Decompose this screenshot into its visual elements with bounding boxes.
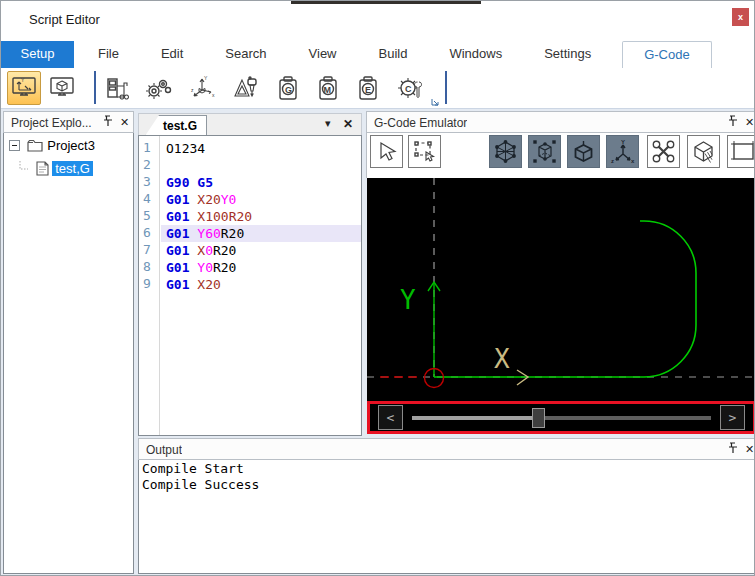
- emulator-canvas[interactable]: Y X: [367, 178, 755, 434]
- close-icon[interactable]: ✕: [117, 115, 132, 130]
- menu-tab-settings[interactable]: Settings: [523, 41, 612, 68]
- ribbon-separator: [94, 71, 96, 104]
- solid-cube-button[interactable]: [567, 135, 600, 168]
- code-line[interactable]: G01 X0R20: [161, 242, 361, 259]
- ribbon-toolbar: Y: [1, 68, 754, 109]
- render-screen-button[interactable]: [45, 71, 79, 105]
- slider-step-forward-button[interactable]: >: [720, 405, 745, 430]
- pin-icon[interactable]: [725, 442, 740, 457]
- code-line[interactable]: O1234: [161, 140, 361, 157]
- marquee-select-button[interactable]: [408, 135, 441, 168]
- gears-icon: [144, 74, 172, 102]
- output-line: Compile Start: [142, 461, 752, 477]
- code-area[interactable]: O1234G90 G5G01 X20Y0G01 X100R20G01 Y60R2…: [161, 136, 361, 435]
- emulator-header: G-Code Emulator ✕: [366, 111, 755, 133]
- menu-tab-search[interactable]: Search: [204, 41, 287, 68]
- project-explorer-header: Project Explo... ✕: [3, 111, 134, 133]
- menu-tab-g-code[interactable]: G-Code: [622, 41, 712, 68]
- slider-thumb[interactable]: [532, 408, 545, 428]
- folder-icon: [27, 139, 44, 152]
- wireframe-cube-icon: [492, 138, 519, 165]
- ribbon-dialog-launcher-icon[interactable]: [431, 98, 440, 107]
- points-cube-button[interactable]: [528, 135, 561, 168]
- svg-text:x: x: [631, 158, 635, 164]
- tree-node-project[interactable]: Project3: [9, 138, 95, 156]
- axes-xyz-button[interactable]: Y z x: [606, 135, 639, 168]
- menu-tab-file[interactable]: File: [77, 41, 140, 68]
- menu-tabs: FileEditSearchViewBuildWindowsSettingsG-…: [77, 41, 712, 68]
- code-token: X20: [197, 277, 220, 292]
- close-icon[interactable]: ✕: [742, 115, 755, 130]
- pointer-tool-button[interactable]: [370, 135, 403, 168]
- slider-step-back-button[interactable]: <: [378, 405, 403, 430]
- close-icon[interactable]: ✕: [742, 442, 755, 457]
- wireframe-cube-button[interactable]: [489, 135, 522, 168]
- machine-icon: [104, 74, 132, 102]
- pin-icon[interactable]: [100, 115, 115, 130]
- g-badge-button[interactable]: G: [271, 71, 305, 105]
- e-code-badge-icon: E: [354, 74, 382, 102]
- e-badge-button[interactable]: E: [351, 71, 385, 105]
- setup-tool-icon: [232, 74, 260, 102]
- output-line: Compile Success: [142, 477, 752, 493]
- code-token: R20: [229, 209, 252, 224]
- emulator-toolbar: Y z x: [366, 133, 755, 178]
- svg-text:G: G: [285, 85, 292, 95]
- window-close-button[interactable]: x: [732, 8, 749, 26]
- line-number: 4: [139, 191, 159, 208]
- app-window: Script Editor x Setup FileEditSearchView…: [0, 0, 755, 576]
- view-frame-button[interactable]: [727, 135, 755, 168]
- code-token: R20: [221, 226, 244, 241]
- menu-tab-windows[interactable]: Windows: [428, 41, 523, 68]
- svg-text:M: M: [324, 85, 332, 95]
- shaded-cube-button[interactable]: [687, 135, 720, 168]
- tools-button[interactable]: [647, 135, 680, 168]
- line-number: 2: [139, 157, 159, 174]
- slider-track-left[interactable]: [412, 416, 540, 420]
- axes-3d-icon: Yxz: [188, 74, 216, 102]
- editor-tab-testg[interactable]: test.G: [145, 115, 207, 136]
- setup-menu-button[interactable]: Setup: [1, 41, 74, 68]
- c-config-button[interactable]: C: [393, 71, 427, 105]
- slider-track-right[interactable]: [540, 416, 711, 420]
- code-line[interactable]: G90 G5: [161, 174, 361, 191]
- project-node-label[interactable]: Project3: [47, 138, 95, 153]
- axes-3d-button[interactable]: Yxz: [185, 71, 219, 105]
- code-token: O1234: [166, 141, 205, 156]
- code-token: 0: [205, 243, 213, 258]
- menu-tab-edit[interactable]: Edit: [140, 41, 204, 68]
- code-token: R20: [213, 260, 236, 275]
- tree-node-file[interactable]: test,G: [18, 161, 93, 179]
- code-token: X100: [197, 209, 228, 224]
- svg-text:z: z: [191, 87, 194, 93]
- svg-text:Y: Y: [204, 75, 208, 81]
- emulator-screen-button[interactable]: Y: [7, 71, 41, 105]
- code-line[interactable]: G01 Y60R20: [161, 225, 361, 242]
- line-number: 5: [139, 208, 159, 225]
- tree-collapse-icon[interactable]: [9, 140, 20, 151]
- code-token: X20: [197, 192, 220, 207]
- line-number: 3: [139, 174, 159, 191]
- code-line[interactable]: G01 X20: [161, 276, 361, 293]
- code-line[interactable]: G01 X20Y0: [161, 191, 361, 208]
- menu-tab-build[interactable]: Build: [358, 41, 429, 68]
- menu-tab-view[interactable]: View: [288, 41, 358, 68]
- code-editor[interactable]: 123456789 O1234G90 G5G01 X20Y0G01 X100R2…: [138, 135, 362, 436]
- pin-icon[interactable]: [725, 115, 740, 130]
- gears-button[interactable]: [141, 71, 175, 105]
- tab-list-caret-icon[interactable]: ▾: [325, 117, 331, 130]
- output-console[interactable]: Compile StartCompile Success: [138, 460, 755, 574]
- machine-button[interactable]: [101, 71, 135, 105]
- code-line[interactable]: G01 Y0R20: [161, 259, 361, 276]
- emulation-progress-slider: < >: [367, 401, 755, 434]
- setup-tool-button[interactable]: [229, 71, 263, 105]
- file-node-label-selected[interactable]: test,G: [52, 161, 93, 176]
- tab-close-icon[interactable]: ✕: [343, 117, 353, 131]
- line-number: 6: [139, 225, 159, 242]
- m-badge-button[interactable]: M: [311, 71, 345, 105]
- code-line[interactable]: [161, 157, 361, 174]
- code-token: G01: [166, 277, 189, 292]
- solid-cube-icon: [570, 138, 597, 165]
- code-line[interactable]: G01 X100R20: [161, 208, 361, 225]
- toolpath-green: [434, 221, 696, 377]
